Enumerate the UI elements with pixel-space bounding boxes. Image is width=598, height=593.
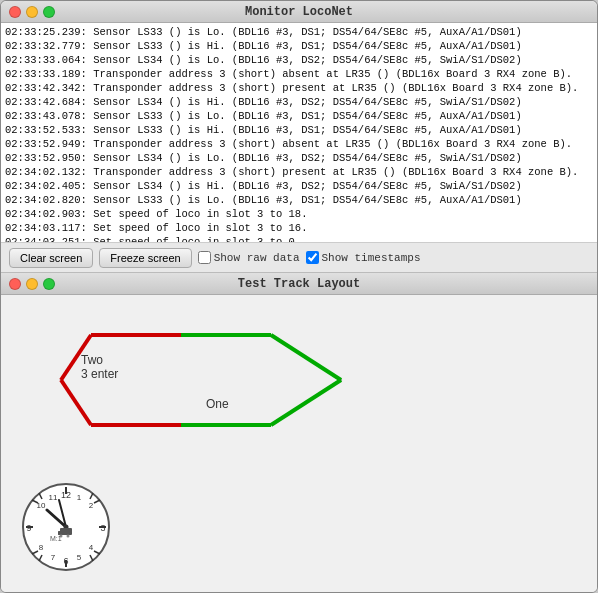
lower-traffic-lights <box>9 278 55 290</box>
svg-line-3 <box>271 335 341 380</box>
title-bar: Monitor LocoNet <box>1 1 597 23</box>
track-label-enter: 3 enter <box>81 367 118 381</box>
svg-text:3: 3 <box>100 523 105 533</box>
lower-pane: Test Track Layout <box>1 273 597 592</box>
log-line: 02:33:33.189: Transponder address 3 (sho… <box>5 67 593 81</box>
svg-text:5: 5 <box>77 553 82 562</box>
log-line: 02:33:52.533: Sensor LS33 () is Hi. (BDL… <box>5 123 593 137</box>
svg-text:8: 8 <box>39 543 44 552</box>
svg-text:9: 9 <box>26 523 31 533</box>
svg-text:1: 1 <box>77 493 82 502</box>
svg-text:11: 11 <box>49 493 58 502</box>
minimize-button[interactable] <box>26 6 38 18</box>
track-canvas: Two 3 enter One <box>1 295 597 592</box>
svg-text:12: 12 <box>61 490 71 500</box>
track-label-one: One <box>206 397 229 411</box>
svg-text:M:1: M:1 <box>50 535 62 542</box>
log-line: 02:34:02.132: Transponder address 3 (sho… <box>5 165 593 179</box>
log-line: 02:33:25.239: Sensor LS33 () is Lo. (BDL… <box>5 25 593 39</box>
maximize-button[interactable] <box>43 6 55 18</box>
log-line: 02:34:02.405: Sensor LS34 () is Hi. (BDL… <box>5 179 593 193</box>
log-line: 02:33:33.064: Sensor LS34 () is Lo. (BDL… <box>5 53 593 67</box>
svg-line-4 <box>271 380 341 425</box>
lower-close-button[interactable] <box>9 278 21 290</box>
show-timestamps-checkbox-label[interactable]: Show timestamps <box>306 251 421 264</box>
log-line: 02:33:42.342: Transponder address 3 (sho… <box>5 81 593 95</box>
clock-container: 12 6 9 3 10 2 8 4 11 1 7 5 <box>21 482 111 572</box>
track-container: Two 3 enter One <box>51 325 371 445</box>
track-svg <box>51 325 371 445</box>
show-raw-checkbox[interactable] <box>198 251 211 264</box>
freeze-screen-button[interactable]: Freeze screen <box>99 248 191 268</box>
show-raw-checkbox-label[interactable]: Show raw data <box>198 251 300 264</box>
log-line: 02:34:02.903: Set speed of loco in slot … <box>5 207 593 221</box>
svg-text:4: 4 <box>89 543 94 552</box>
svg-rect-37 <box>60 528 72 535</box>
show-timestamps-label: Show timestamps <box>322 252 421 264</box>
log-line: 02:33:42.684: Sensor LS34 () is Hi. (BDL… <box>5 95 593 109</box>
traffic-lights <box>9 6 55 18</box>
svg-point-40 <box>67 535 70 538</box>
show-raw-label: Show raw data <box>214 252 300 264</box>
clear-screen-button[interactable]: Clear screen <box>9 248 93 268</box>
log-line: 02:33:32.779: Sensor LS33 () is Hi. (BDL… <box>5 39 593 53</box>
close-button[interactable] <box>9 6 21 18</box>
svg-text:6: 6 <box>63 556 68 566</box>
lower-panel-title: Test Track Layout <box>238 277 360 291</box>
svg-line-8 <box>61 380 91 425</box>
svg-text:10: 10 <box>37 501 46 510</box>
log-line: 02:33:52.950: Sensor LS34 () is Lo. (BDL… <box>5 151 593 165</box>
show-timestamps-checkbox[interactable] <box>306 251 319 264</box>
lower-maximize-button[interactable] <box>43 278 55 290</box>
log-line: 02:34:03.117: Set speed of loco in slot … <box>5 221 593 235</box>
log-line: 02:34:03.251: Set speed of loco in slot … <box>5 235 593 243</box>
log-line: 02:33:52.949: Transponder address 3 (sho… <box>5 137 593 151</box>
log-line: 02:33:43.078: Sensor LS33 () is Lo. (BDL… <box>5 109 593 123</box>
track-label-two: Two <box>81 353 103 367</box>
window-title: Monitor LocoNet <box>245 5 353 19</box>
log-area: 02:33:25.239: Sensor LS33 () is Lo. (BDL… <box>1 23 597 243</box>
lower-title-bar: Test Track Layout <box>1 273 597 295</box>
log-line: 02:34:02.820: Sensor LS33 () is Lo. (BDL… <box>5 193 593 207</box>
svg-text:2: 2 <box>89 501 94 510</box>
clock-svg: 12 6 9 3 10 2 8 4 11 1 7 5 <box>21 482 111 572</box>
lower-minimize-button[interactable] <box>26 278 38 290</box>
toolbar: Clear screen Freeze screen Show raw data… <box>1 243 597 273</box>
main-window: Monitor LocoNet 02:33:25.239: Sensor LS3… <box>0 0 598 593</box>
svg-text:7: 7 <box>51 553 56 562</box>
